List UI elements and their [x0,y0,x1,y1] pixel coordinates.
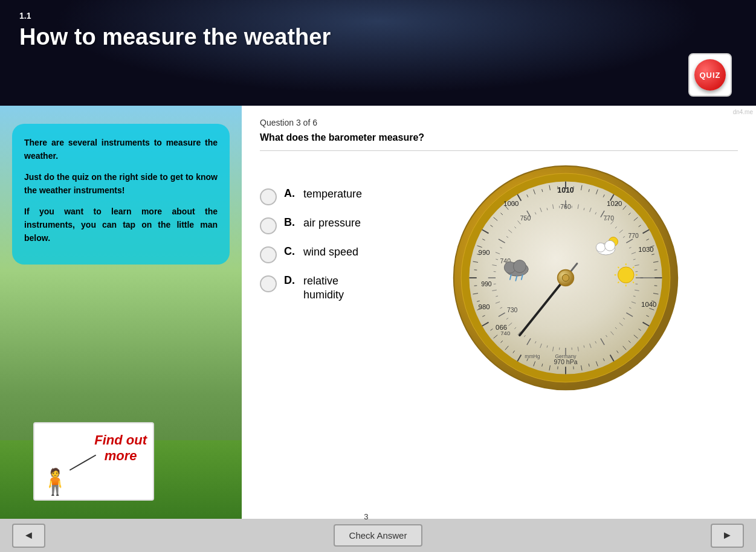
answer-option-d[interactable]: D. relativehumidity [260,274,393,303]
answers-list: A. temperature B. air pressure C. wind s… [260,157,393,303]
svg-point-18 [618,267,634,283]
info-text-2: Just do the quiz on the right side to ge… [24,170,218,197]
content-area: There are several instruments to measure… [0,106,756,519]
svg-point-30 [604,240,615,251]
next-button[interactable]: ► [711,524,744,548]
svg-text:066: 066 [496,324,507,331]
find-out-more-text: Find outmore [94,432,147,464]
svg-point-189 [562,274,569,281]
quiz-button-label: QUIZ [694,59,726,91]
info-text-1: There are several instruments to measure… [24,136,218,163]
page-title: How to measure the weather [19,24,331,50]
quiz-content: A. temperature B. air pressure C. wind s… [260,157,738,507]
svg-point-33 [513,260,526,273]
answer-letter-a: A. [284,187,296,200]
header-background [0,0,756,106]
svg-line-26 [633,282,634,283]
answer-text-c: wind speed [303,245,358,259]
svg-text:1020: 1020 [607,200,622,207]
page-number: 3 [364,512,368,521]
info-box: There are several instruments to measure… [12,124,230,265]
radio-a[interactable] [260,188,277,205]
question-counter: Question 3 of 6 [260,118,738,127]
lesson-number: 1.1 [19,11,31,21]
svg-text:740: 740 [500,330,510,336]
svg-text:750: 750 [520,215,531,222]
question-text: What does the barometer measure? [260,132,738,143]
answer-text-a: temperature [303,187,362,201]
svg-text:990: 990 [478,249,489,256]
svg-text:770: 770 [628,233,639,239]
svg-text:1030: 1030 [638,246,653,253]
right-panel: dn4.me Question 3 of 6 What does the bar… [242,106,756,519]
footer: ◄ 3 Check Answer ► [0,519,756,552]
answer-option-c[interactable]: C. wind speed [260,245,393,263]
answer-letter-b: B. [284,216,296,229]
radio-b[interactable] [260,217,277,234]
stick-figure-icon: 🧍 [39,467,71,496]
svg-text:970 hPa: 970 hPa [554,359,577,365]
answer-option-b[interactable]: B. air pressure [260,216,393,234]
svg-text:730: 730 [506,307,517,313]
check-answer-button[interactable]: Check Answer [334,524,423,547]
quiz-button[interactable]: QUIZ [688,53,732,97]
barometer-image: 970 hPa Germany mmHg 1010 1020 1030 1040… [451,163,680,393]
answer-text-b: air pressure [303,216,361,230]
svg-point-29 [596,243,605,252]
info-text-3: If you want to learn more about the inst… [24,205,218,245]
radio-c[interactable] [260,246,277,263]
watermark: dn4.me [733,109,753,115]
back-button[interactable]: ◄ [12,524,45,548]
answer-text-d: relativehumidity [303,274,344,303]
svg-text:980: 980 [478,303,489,310]
answer-letter-c: C. [284,245,296,258]
svg-line-24 [633,267,634,268]
svg-text:770: 770 [603,215,614,222]
svg-text:990: 990 [481,281,492,287]
answer-letter-d: D. [284,274,296,287]
svg-line-25 [618,282,619,283]
barometer-container: 970 hPa Germany mmHg 1010 1020 1030 1040… [393,157,738,399]
answer-option-a[interactable]: A. temperature [260,187,393,205]
find-out-more-card[interactable]: 🧍 Find outmore [33,422,154,501]
radio-d[interactable] [260,275,277,292]
left-panel: There are several instruments to measure… [0,106,242,519]
divider [260,150,738,151]
svg-line-23 [618,267,619,268]
svg-text:mmHg: mmHg [525,353,540,359]
pointer-line [69,455,96,471]
